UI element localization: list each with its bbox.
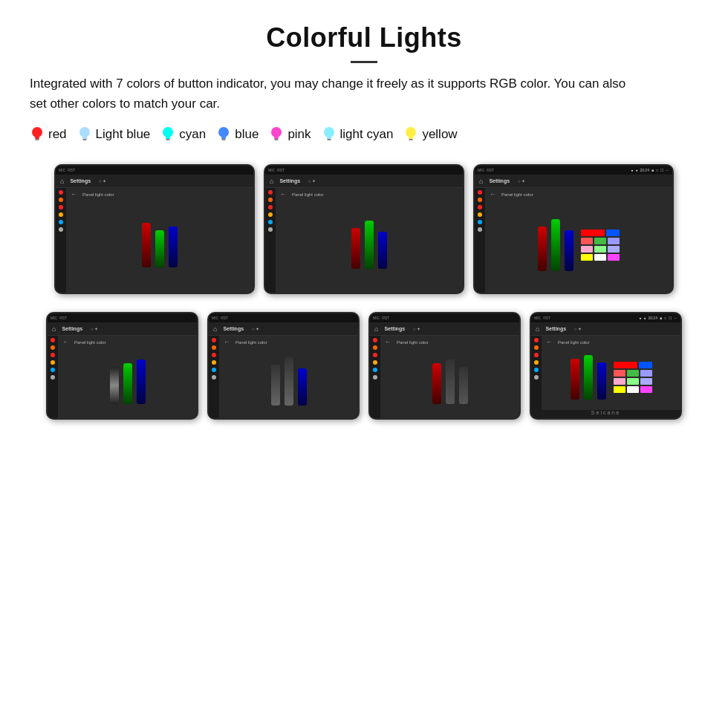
svg-rect-20 (409, 139, 413, 140)
screen-content: ←Panel light color (542, 336, 680, 410)
sidebar (531, 336, 542, 410)
color-slider (597, 362, 606, 400)
nav-icons: ○ ✦ (574, 326, 582, 331)
color-slider (137, 359, 146, 404)
nav-icons: ○ ✦ (413, 326, 420, 331)
nav-bar: ⌂ Settings ○ ✦ (475, 175, 672, 188)
color-item-Light-blue: Light blue (77, 126, 151, 143)
color-slider (584, 355, 593, 400)
svg-rect-11 (222, 139, 226, 140)
sidebar-dot (478, 227, 482, 232)
sidebar-dot (478, 198, 482, 202)
screen-content: ←Panel light color (485, 188, 672, 293)
sidebar-dot (59, 227, 63, 232)
color-label-pink: pink (287, 127, 311, 142)
svg-point-9 (218, 127, 229, 137)
svg-point-18 (406, 127, 416, 137)
color-slider (155, 230, 164, 267)
nav-bar: ⌂ Settings ○ ✦ (370, 322, 519, 336)
swatch (640, 370, 652, 377)
sidebar-dot (59, 212, 63, 217)
swatches-grid (581, 230, 620, 261)
color-labels-row: redLight bluecyanbluepinklight cyanyello… (30, 126, 698, 143)
status-bar: MICRST (265, 166, 463, 175)
nav-bar: ⌂ Settings ○ ✦ (56, 175, 253, 188)
nav-settings-label: Settings (279, 178, 300, 183)
nav-settings-label: Settings (545, 326, 566, 331)
svg-rect-13 (274, 137, 279, 139)
bulb-icon-yellow (403, 126, 418, 143)
sidebar (48, 336, 58, 418)
screen-content: ←Panel light color (219, 336, 358, 418)
top-devices-row: MICRST ⌂ Settings ○ ✦ ←Panel light color… (30, 164, 698, 294)
back-arrow: ← (62, 339, 68, 345)
svg-point-6 (163, 127, 173, 137)
svg-rect-8 (166, 139, 170, 140)
sidebar-dot (212, 353, 216, 357)
sidebar-dot (268, 198, 273, 202)
sidebar-dot (51, 338, 55, 342)
sliders-container (538, 219, 573, 271)
sidebar-dot (268, 205, 273, 209)
color-label-blue: blue (235, 127, 259, 142)
swatch (614, 370, 625, 377)
swatch (581, 230, 605, 236)
swatch (640, 378, 652, 385)
panel-light-label: Panel light color (82, 192, 114, 197)
color-slider (123, 363, 132, 404)
swatch (614, 378, 625, 385)
color-slider (459, 367, 468, 404)
sidebar-dot (268, 212, 273, 217)
sidebar-dot (59, 198, 63, 202)
svg-point-3 (79, 127, 90, 137)
color-slider (298, 368, 307, 406)
sidebar-dot (534, 375, 539, 380)
color-label-Light-blue: Light blue (96, 127, 151, 142)
bulb-icon-red (30, 126, 45, 143)
color-slider (110, 367, 119, 404)
status-bar: MICRST (370, 313, 519, 322)
device-dev3: MICRST●●20:24■□☐← ⌂ Settings ○ ✦ ←Panel … (473, 164, 674, 294)
bulb-icon-cyan (160, 126, 175, 143)
nav-icons: ○ ✦ (99, 178, 106, 183)
nav-bar: ⌂ Settings ○ ✦ (531, 322, 680, 336)
nav-icons: ○ ✦ (91, 326, 98, 331)
svg-rect-16 (327, 137, 331, 139)
sidebar-dot (478, 220, 482, 224)
panel-light-label: Panel light color (235, 340, 267, 345)
sidebar-dot (373, 345, 377, 350)
sidebar-dot (373, 353, 377, 357)
status-bar: MICRST (56, 166, 253, 175)
screen-content: ←Panel light color (276, 188, 463, 293)
color-slider (271, 365, 280, 406)
sidebar-dot (373, 338, 377, 342)
sidebar-dot (212, 368, 216, 372)
sidebar-dot (534, 360, 539, 365)
sidebar-dot (51, 345, 55, 350)
panel-light-label: Panel light color (74, 340, 106, 345)
sidebar-dot (534, 353, 539, 357)
back-arrow: ← (385, 339, 391, 345)
home-icon: ⌂ (213, 325, 217, 333)
color-slider (365, 221, 374, 269)
sidebar-dot (268, 220, 273, 224)
home-icon: ⌂ (479, 178, 483, 185)
color-slider (169, 227, 178, 267)
status-bar: MICRST (48, 313, 197, 322)
sidebar-dot (373, 360, 377, 365)
color-item-cyan: cyan (160, 126, 206, 143)
svg-rect-14 (275, 139, 279, 140)
nav-settings-label: Settings (384, 326, 405, 331)
color-label-yellow: yellow (422, 127, 457, 142)
device-bdev1: MICRST ⌂ Settings ○ ✦ ←Panel light color (46, 312, 198, 420)
nav-bar: ⌂ Settings ○ ✦ (209, 322, 358, 336)
sidebar-dot (478, 190, 482, 195)
sidebar (265, 188, 276, 293)
bulb-icon-light-cyan (322, 126, 337, 143)
color-item-light-cyan: light cyan (322, 126, 394, 143)
svg-rect-5 (82, 139, 86, 140)
swatch (627, 386, 639, 393)
color-slider (565, 230, 573, 271)
home-icon: ⌂ (60, 178, 64, 185)
sidebar-dot (51, 375, 55, 380)
